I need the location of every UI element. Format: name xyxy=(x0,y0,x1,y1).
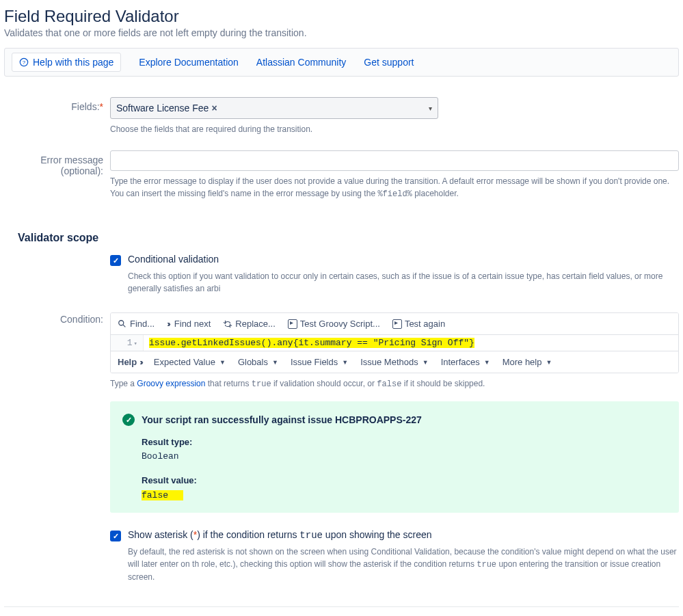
remove-tag-icon[interactable]: × xyxy=(211,103,217,113)
replace-button[interactable]: Replace... xyxy=(223,319,276,329)
editor-help-button[interactable]: Help ›› xyxy=(118,357,142,367)
result-type-label: Result type: xyxy=(142,437,667,447)
conditional-validation-hint: Check this option if you want validation… xyxy=(128,270,679,295)
test-groovy-button[interactable]: Test Groovy Script... xyxy=(288,319,380,329)
help-bar: ? Help with this page Explore Documentat… xyxy=(4,48,679,77)
fields-select[interactable]: Software License Fee × ▾ xyxy=(110,97,438,119)
conditional-validation-checkbox[interactable]: ✓ xyxy=(110,255,121,266)
help-with-page-label: Help with this page xyxy=(33,57,113,68)
atlassian-community-link[interactable]: Atlassian Community xyxy=(256,57,347,68)
interfaces-menu[interactable]: Interfaces▼ xyxy=(441,357,490,367)
code-line-1: issue.getLinkedIssues().any{it.summary =… xyxy=(149,338,474,348)
globals-menu[interactable]: Globals▼ xyxy=(238,357,278,367)
find-button[interactable]: Find... xyxy=(118,319,155,329)
help-icon: ? xyxy=(19,57,29,67)
script-result-panel: ✓ Your script ran successfully against i… xyxy=(110,401,679,513)
explore-documentation-link[interactable]: Explore Documentation xyxy=(139,57,239,68)
issue-fields-menu[interactable]: Issue Fields▼ xyxy=(291,357,348,367)
run-icon xyxy=(288,319,297,329)
help-with-page-button[interactable]: ? Help with this page xyxy=(12,53,121,72)
get-support-link[interactable]: Get support xyxy=(364,57,414,68)
expected-value-menu[interactable]: Expected Value▼ xyxy=(154,357,226,367)
chevron-down-icon: ▾ xyxy=(429,105,432,112)
groovy-expression-link[interactable]: Groovy expression xyxy=(137,379,205,388)
editor-bottombar: Help ›› Expected Value▼ Globals▼ Issue F… xyxy=(111,351,678,373)
result-value: false xyxy=(142,490,183,500)
search-icon xyxy=(118,319,127,329)
show-asterisk-hint: By default, the red asterisk is not show… xyxy=(128,546,679,583)
run-icon xyxy=(392,319,402,329)
validator-scope-heading: Validator scope xyxy=(18,232,679,244)
show-asterisk-label: Show asterisk (*) if the condition retur… xyxy=(128,529,432,541)
chevron-right-icon: ›› xyxy=(139,357,142,367)
separator xyxy=(4,606,679,607)
result-value-label: Result value: xyxy=(142,475,667,485)
find-next-icon: ›› xyxy=(167,319,169,329)
condition-label: Condition: xyxy=(4,310,110,325)
result-type-value: Boolean xyxy=(142,451,667,461)
page-subtitle: Validates that one or more fields are no… xyxy=(4,27,679,38)
show-asterisk-checkbox[interactable]: ✓ xyxy=(110,531,121,541)
find-next-button[interactable]: ›› Find next xyxy=(167,319,211,329)
issue-methods-menu[interactable]: Issue Methods▼ xyxy=(360,357,428,367)
condition-hint: Type a Groovy expression that returns tr… xyxy=(110,379,679,389)
error-message-label: Error message (optional): xyxy=(4,150,110,176)
svg-text:?: ? xyxy=(23,59,26,66)
svg-point-2 xyxy=(119,320,124,325)
fields-label: Fields:* xyxy=(4,97,110,112)
svg-line-3 xyxy=(123,324,126,327)
replace-icon xyxy=(223,319,232,329)
page-title: Field Required Validator xyxy=(4,7,679,26)
script-result-heading: Your script ran successfully against iss… xyxy=(142,414,422,425)
test-again-button[interactable]: Test again xyxy=(392,319,445,329)
editor-toolbar: Find... ›› Find next Replace... Test Gro… xyxy=(111,313,678,335)
success-icon: ✓ xyxy=(122,414,135,426)
line-number-gutter: 1▾ xyxy=(111,335,144,351)
condition-editor: Find... ›› Find next Replace... Test Gro… xyxy=(110,312,679,373)
conditional-validation-label: Conditional validation xyxy=(128,254,219,265)
code-editor[interactable]: 1▾ issue.getLinkedIssues().any{it.summar… xyxy=(111,335,678,351)
fields-selected-tag: Software License Fee xyxy=(116,103,209,113)
error-message-hint: Type the error message to display if the… xyxy=(110,175,679,200)
more-help-menu[interactable]: More help▼ xyxy=(503,357,552,367)
fields-hint: Choose the fields that are required duri… xyxy=(110,123,679,135)
error-message-input[interactable] xyxy=(110,150,679,171)
